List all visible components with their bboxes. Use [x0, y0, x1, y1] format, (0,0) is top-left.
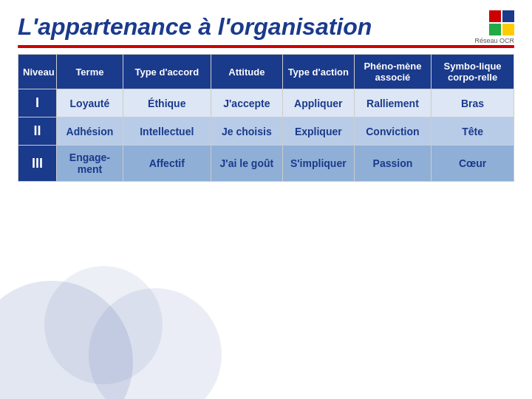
terme-II: Adhésion: [57, 117, 123, 146]
action-I: Appliquer: [282, 89, 354, 117]
circle-1: [0, 281, 133, 399]
phenomene-I: Ralliement: [354, 89, 431, 117]
symbolique-III: Cœur: [432, 146, 514, 182]
attitude-II: Je choisis: [211, 117, 282, 146]
circle-3: [89, 288, 222, 399]
terme-III: Engage-ment: [57, 146, 123, 182]
level-cell-II: II: [18, 117, 57, 146]
accord-I: Éthique: [123, 89, 211, 117]
table-row: III Engage-ment Affectif J'ai le goût S'…: [18, 146, 514, 182]
header-niveau: Niveau: [18, 55, 57, 89]
accord-III: Affectif: [123, 146, 211, 182]
table-row: II Adhésion Intellectuel Je choisis Expl…: [18, 117, 514, 146]
phenomene-II: Conviction: [354, 117, 431, 146]
level-cell-III: III: [18, 146, 57, 182]
header-accord: Type d'accord: [123, 55, 211, 89]
data-table: Niveau Terme Type d'accord Attitude Type…: [18, 54, 514, 182]
title-underline: [18, 45, 514, 48]
header-phenomene: Phéno-mène associé: [354, 55, 431, 89]
action-III: S'impliquer: [282, 146, 354, 182]
terme-I: Loyauté: [57, 89, 123, 117]
main-container: L'appartenance à l'organisation Niveau T…: [0, 0, 532, 189]
header-terme: Terme: [57, 55, 123, 89]
phenomene-III: Passion: [354, 146, 431, 182]
page-title: L'appartenance à l'organisation: [18, 13, 514, 41]
action-II: Expliquer: [282, 117, 354, 146]
header-action: Type d'action: [282, 55, 354, 89]
attitude-III: J'ai le goût: [211, 146, 282, 182]
symbolique-II: Tête: [432, 117, 514, 146]
circle-2: [44, 266, 163, 384]
accord-II: Intellectuel: [123, 117, 211, 146]
symbolique-I: Bras: [432, 89, 514, 117]
attitude-I: J'accepte: [211, 89, 282, 117]
header-symbolique: Symbo-lique corpo-relle: [432, 55, 514, 89]
header-row: Niveau Terme Type d'accord Attitude Type…: [18, 55, 514, 89]
level-cell-I: I: [18, 89, 57, 117]
header-attitude: Attitude: [211, 55, 282, 89]
table-row: I Loyauté Éthique J'accepte Appliquer Ra…: [18, 89, 514, 117]
